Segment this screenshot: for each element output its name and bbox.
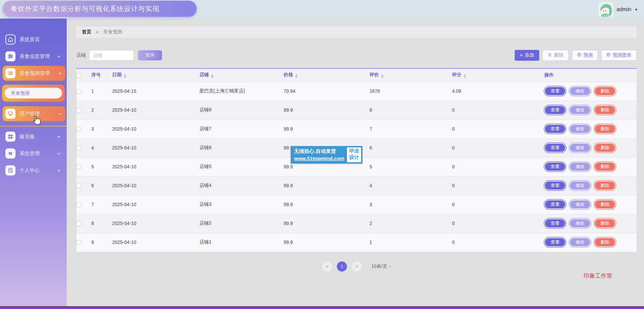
cell-rating: 0 <box>452 101 544 119</box>
sidebar-item-food-predict[interactable]: 美食预测 <box>5 88 62 99</box>
cell-rating: 0 <box>452 195 544 214</box>
predict-chart-button[interactable]: 预测图表 <box>601 50 637 61</box>
cell-price: 99.9 <box>284 101 369 119</box>
edit-button[interactable]: 修改 <box>569 219 591 228</box>
row-actions: 查看 修改 删除 <box>544 162 637 171</box>
row-checkbox[interactable] <box>76 221 81 226</box>
sidebar-item-food-predict-mgmt[interactable]: 美食预测管理 <box>3 66 65 81</box>
row-checkbox[interactable] <box>76 127 81 132</box>
delete-row-button[interactable]: 删除 <box>594 162 616 171</box>
edit-button[interactable]: 修改 <box>569 86 591 96</box>
edit-button[interactable]: 修改 <box>569 181 591 190</box>
cell-date: 2025-04-10 <box>112 119 199 138</box>
view-button[interactable]: 查看 <box>544 143 566 152</box>
sidebar-item-home[interactable]: 系统首页 <box>3 32 64 47</box>
cell-shop: 店铺7 <box>199 119 284 138</box>
page-size-select[interactable]: 10条/页 ▾ <box>371 263 391 270</box>
menu-lines-icon <box>5 148 15 159</box>
table-body: 1 2025-04-15 星巴克(上海汇锦里店) 70.94 1678 4.09… <box>76 82 637 252</box>
view-button[interactable]: 查看 <box>544 105 566 115</box>
breadcrumb-home[interactable]: 首页 <box>82 29 91 35</box>
table-row: 2 2025-04-10 店铺8 99.9 8 0 查看 修改 删除 <box>76 101 637 119</box>
edit-button[interactable]: 修改 <box>569 162 591 171</box>
delete-row-button[interactable]: 删除 <box>594 86 616 96</box>
edit-button[interactable]: 修改 <box>569 237 591 247</box>
view-button[interactable]: 查看 <box>544 181 566 190</box>
search-button[interactable]: 查询 <box>138 50 162 60</box>
add-button[interactable]: + 添加 <box>515 50 539 61</box>
cell-date: 2025-04-10 <box>112 138 199 157</box>
cell-shop: 店铺6 <box>199 138 284 157</box>
view-button[interactable]: 查看 <box>544 237 566 247</box>
col-header-shop[interactable]: 店铺 <box>199 69 284 82</box>
next-page-button[interactable]: > <box>352 261 362 272</box>
delete-row-button[interactable]: 删除 <box>594 181 616 190</box>
chevron-down-icon <box>57 168 61 173</box>
col-header-rating[interactable]: 评分 <box>452 69 544 82</box>
cell-no: 1 <box>91 82 112 101</box>
shop-filter-input[interactable] <box>89 50 134 60</box>
edit-button[interactable]: 修改 <box>569 200 591 209</box>
page-1-button[interactable]: 1 <box>337 261 347 272</box>
plus-icon: + <box>520 53 523 58</box>
row-checkbox[interactable] <box>76 89 81 94</box>
data-coin-icon <box>606 53 611 58</box>
delete-row-button[interactable]: 删除 <box>594 143 616 152</box>
delete-row-button[interactable]: 删除 <box>594 124 616 134</box>
cell-reviews: 5 <box>369 157 452 176</box>
cell-date: 2025-04-10 <box>112 176 199 195</box>
sidebar-item-food-info[interactable]: 美食信息管理 <box>3 49 64 64</box>
delete-row-button[interactable]: 删除 <box>594 219 616 228</box>
edit-button[interactable]: 修改 <box>569 105 591 115</box>
sidebar-item-profile[interactable]: 个人中心 <box>3 163 64 178</box>
view-button[interactable]: 查看 <box>544 219 566 228</box>
row-checkbox[interactable] <box>76 108 81 113</box>
row-checkbox[interactable] <box>76 184 81 188</box>
chevron-up-icon <box>58 71 62 76</box>
row-checkbox[interactable] <box>76 240 81 245</box>
edit-button[interactable]: 修改 <box>569 124 591 134</box>
cell-reviews: 4 <box>369 176 452 195</box>
view-button[interactable]: 查看 <box>544 200 566 209</box>
delete-row-button[interactable]: 删除 <box>594 237 616 247</box>
row-checkbox[interactable] <box>76 146 81 150</box>
row-checkbox[interactable] <box>76 202 81 207</box>
cell-price: 99.9 <box>284 176 369 195</box>
cell-date: 2025-04-10 <box>112 157 199 176</box>
cell-reviews: 1 <box>369 233 452 252</box>
watermark-ad: 无须担心.自动发货 www.51topmind.com 毕业 设计 <box>291 146 362 164</box>
view-button[interactable]: 查看 <box>544 162 566 171</box>
cell-date: 2025-04-10 <box>112 233 199 252</box>
cell-reviews: 1678 <box>369 82 452 101</box>
controls-row: 店铺 查询 + 添加 删除 <box>76 50 637 61</box>
sidebar-item-system-mgmt[interactable]: 系统管理 <box>3 146 64 161</box>
row-checkbox[interactable] <box>76 165 81 169</box>
prev-page-button[interactable]: < <box>322 261 332 272</box>
sidebar-item-message-board[interactable]: 留言板 <box>3 129 64 144</box>
col-header-date[interactable]: 日期 <box>112 69 199 82</box>
edit-button[interactable]: 修改 <box>569 143 591 152</box>
sliders-icon <box>5 51 15 61</box>
user-menu[interactable]: admin ▼ <box>599 2 638 17</box>
predict-button[interactable]: 预测 <box>572 50 598 61</box>
col-header-reviews[interactable]: 评价 <box>369 69 452 82</box>
list-icon <box>5 68 15 78</box>
top-bar: 餐饮外卖平台数据分析与可视化系统设计与实现 admin ▼ <box>0 0 644 19</box>
table-row: 1 2025-04-15 星巴克(上海汇锦里店) 70.94 1678 4.09… <box>76 82 637 101</box>
row-actions: 查看 修改 删除 <box>544 143 637 152</box>
sort-icon <box>381 74 384 78</box>
view-button[interactable]: 查看 <box>544 86 566 96</box>
chevron-down-icon <box>57 54 61 59</box>
cell-shop: 星巴克(上海汇锦里店) <box>199 82 284 101</box>
delete-row-button[interactable]: 删除 <box>594 200 616 209</box>
view-button[interactable]: 查看 <box>544 124 566 134</box>
table-row: 9 2025-04-10 店铺1 99.9 1 0 查看 修改 删除 <box>76 233 637 252</box>
toolbar: + 添加 删除 <box>515 50 637 61</box>
row-actions: 查看 修改 删除 <box>544 219 637 228</box>
col-header-price[interactable]: 价格 <box>284 69 369 82</box>
sidebar-item-user-mgmt[interactable]: 用户管理 <box>3 106 65 121</box>
sidebar-item-label: 系统首页 <box>20 36 40 43</box>
select-all-checkbox[interactable] <box>76 73 81 78</box>
delete-button[interactable]: 删除 <box>543 50 569 61</box>
delete-row-button[interactable]: 删除 <box>594 105 616 115</box>
